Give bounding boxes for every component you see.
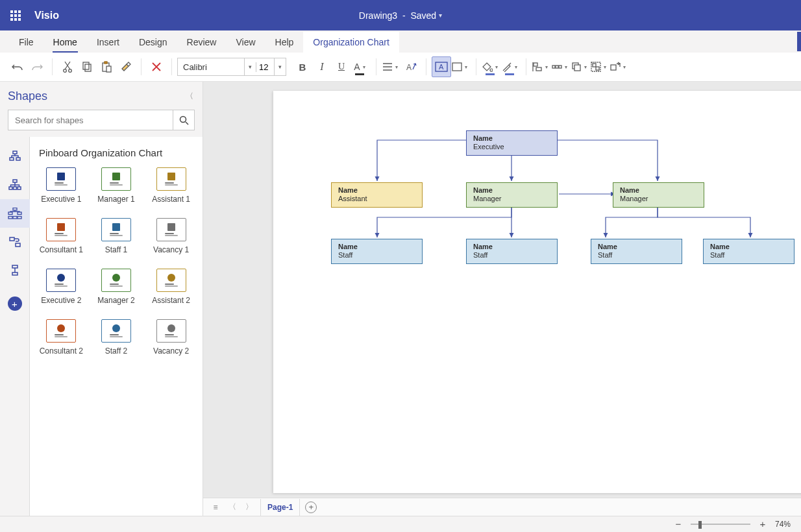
ribbon-collapse[interactable] [797, 32, 801, 51]
tab-file[interactable]: File [9, 32, 43, 53]
position-button[interactable]: ▾ [551, 56, 571, 77]
redo-button[interactable] [27, 56, 47, 77]
svg-rect-19 [593, 64, 596, 67]
shape-manager-2[interactable]: Manager 2 [89, 269, 144, 305]
shape-vacancy-2[interactable]: Vacancy 2 [143, 319, 199, 356]
shape-vacancy-1[interactable]: Vacancy 1 [143, 218, 199, 254]
add-stencil-button[interactable]: + [8, 296, 22, 311]
search-input[interactable] [8, 110, 173, 130]
tab-view[interactable]: View [226, 32, 265, 53]
page-list-icon[interactable]: ≡ [210, 503, 221, 512]
tab-review[interactable]: Review [177, 32, 227, 53]
org-node-staff-2[interactable]: Name Staff [466, 239, 558, 264]
stencil-icon-5[interactable] [0, 256, 30, 285]
zoom-in-button[interactable]: + [758, 520, 767, 529]
tab-insert[interactable]: Insert [87, 32, 129, 53]
tab-help[interactable]: Help [265, 32, 304, 53]
svg-rect-29 [18, 187, 21, 189]
zoom-slider[interactable] [691, 524, 750, 525]
node-role: Manager [620, 195, 697, 203]
stencil-icon-2[interactable] [0, 171, 30, 199]
italic-button[interactable]: I [312, 56, 332, 77]
page-tab[interactable]: Page-1 [260, 499, 300, 516]
svg-rect-5 [105, 62, 107, 64]
shape-label: Executive 1 [41, 195, 81, 204]
stencil-icon-4[interactable] [0, 228, 30, 256]
svg-rect-14 [556, 66, 558, 68]
shape-assistant-1[interactable]: Assistant 1 [143, 167, 199, 204]
shape-consultant-1[interactable]: Consultant 1 [34, 218, 89, 254]
align-button[interactable]: ▾ [382, 56, 401, 77]
align-shapes-button[interactable]: ▾ [532, 56, 551, 77]
next-page-icon[interactable]: 〉 [243, 502, 255, 513]
line-color-button[interactable]: ▾ [501, 56, 521, 77]
org-node-assistant[interactable]: Name Assistant [331, 182, 423, 208]
svg-rect-2 [83, 62, 89, 69]
shape-consultant-2[interactable]: Consultant 2 [34, 319, 89, 356]
ribbon-tabs: File Home Insert Design Review View Help… [0, 30, 801, 53]
org-node-staff-4[interactable]: Name Staff [703, 239, 795, 264]
org-node-staff-3[interactable]: Name Staff [591, 239, 682, 264]
stencil-icon-1[interactable] [0, 142, 30, 171]
doc-name: Drawing3 [359, 10, 397, 21]
collapse-panel-icon[interactable]: 〈 [186, 91, 193, 102]
shape-executive-2[interactable]: Executive 2 [34, 269, 89, 305]
font-dropdown-icon[interactable]: ▾ [244, 58, 256, 75]
change-shape-button[interactable]: ▾ [610, 56, 629, 77]
org-node-executive[interactable]: Name Executive [466, 130, 558, 156]
app-name: Visio [34, 10, 59, 21]
stencil-rail: + [0, 137, 30, 516]
prev-page-icon[interactable]: 〈 [227, 502, 238, 513]
arrange-button[interactable]: ▾ [571, 56, 590, 77]
canvas[interactable]: Name Executive Name Assistant Name Manag… [203, 82, 801, 516]
cut-button[interactable] [58, 56, 77, 77]
shape-label: Assistant 2 [152, 296, 190, 305]
svg-rect-10 [452, 63, 462, 71]
tab-organization-chart[interactable]: Organization Chart [303, 32, 399, 53]
paste-button[interactable] [97, 56, 116, 77]
node-name: Name [338, 186, 415, 195]
org-node-manager-2[interactable]: Name Manager [613, 182, 704, 208]
group-button[interactable]: ▾ [590, 56, 610, 77]
svg-rect-12 [536, 67, 541, 71]
app-launcher-icon[interactable] [0, 0, 31, 30]
size-dropdown-icon[interactable]: ▾ [274, 58, 286, 75]
format-painter-button[interactable] [116, 56, 136, 77]
bold-button[interactable]: B [293, 56, 312, 77]
delete-button[interactable] [147, 56, 166, 77]
font-selector[interactable]: ▾ ▾ [177, 58, 286, 76]
add-page-button[interactable]: + [305, 502, 317, 513]
shape-staff-1[interactable]: Staff 1 [89, 218, 144, 254]
shape-manager-1[interactable]: Manager 1 [89, 167, 144, 204]
tab-home[interactable]: Home [43, 32, 87, 53]
fill-color-button[interactable]: ▾ [482, 56, 501, 77]
shape-label: Staff 1 [105, 245, 127, 254]
font-color-button[interactable]: A▾ [351, 56, 371, 77]
zoom-out-button[interactable]: − [674, 520, 683, 529]
copy-button[interactable] [77, 56, 97, 77]
text-direction-button[interactable]: A [401, 56, 421, 77]
svg-rect-34 [13, 217, 17, 219]
node-name: Name [473, 186, 550, 195]
underline-button[interactable]: U [332, 56, 351, 77]
shape-assistant-2[interactable]: Assistant 2 [143, 269, 199, 305]
font-size-input[interactable] [256, 62, 274, 72]
font-name-input[interactable] [178, 62, 244, 72]
shape-tool-button[interactable]: ▾ [451, 56, 471, 77]
stencil-icon-3[interactable] [0, 199, 30, 228]
shape-label: Consultant 2 [40, 346, 83, 356]
svg-point-1 [69, 69, 72, 73]
undo-button[interactable] [8, 56, 27, 77]
tab-design[interactable]: Design [129, 32, 177, 53]
org-node-staff-1[interactable]: Name Staff [331, 239, 423, 264]
shape-staff-2[interactable]: Staff 2 [89, 319, 144, 356]
svg-rect-21 [611, 65, 616, 70]
document-title[interactable]: Drawing3 - Saved ▾ [359, 10, 442, 21]
org-node-manager-1[interactable]: Name Manager [466, 182, 558, 208]
stencil-title: Pinboard Organization Chart [34, 145, 199, 167]
zoom-level[interactable]: 74% [775, 520, 791, 529]
text-tool-button[interactable]: A [432, 56, 451, 77]
shape-executive-1[interactable]: Executive 1 [34, 167, 89, 204]
drawing-page[interactable]: Name Executive Name Assistant Name Manag… [273, 91, 801, 493]
search-button[interactable] [173, 110, 195, 130]
